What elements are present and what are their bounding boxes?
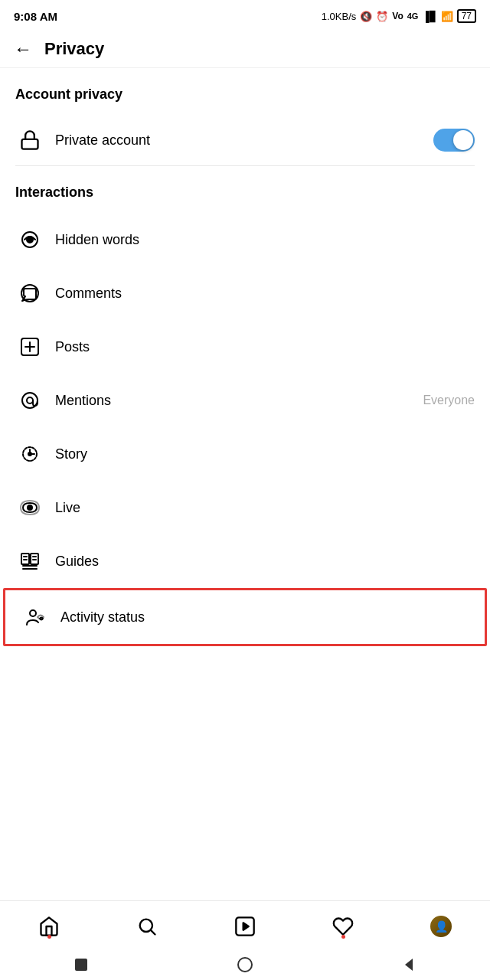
comments-label: Comments bbox=[55, 286, 475, 302]
mute-icon: 🔇 bbox=[360, 11, 372, 22]
status-time: 9:08 AM bbox=[14, 10, 57, 23]
activity-status-icon bbox=[21, 603, 50, 632]
square-button[interactable] bbox=[73, 956, 90, 973]
nav-reels[interactable] bbox=[196, 916, 294, 937]
story-label: Story bbox=[55, 446, 475, 462]
posts-icon bbox=[15, 332, 44, 361]
posts-label: Posts bbox=[55, 339, 475, 355]
activity-status-label: Activity status bbox=[60, 609, 469, 626]
signal-4g-icon: 4G bbox=[407, 11, 419, 21]
svg-marker-28 bbox=[405, 959, 413, 971]
square-btn-icon bbox=[73, 956, 90, 973]
battery-icon: 77 bbox=[457, 9, 476, 23]
guides-icon bbox=[15, 547, 44, 576]
status-right: 1.0KB/s 🔇 ⏰ Vo 4G ▐▊ 📶 77 bbox=[322, 9, 476, 23]
svg-rect-0 bbox=[22, 139, 38, 149]
interactions-title: Interactions bbox=[15, 185, 475, 201]
comments-row[interactable]: Comments bbox=[0, 266, 490, 320]
activity-status-row[interactable]: Activity status bbox=[3, 588, 487, 646]
bottom-nav: 👤 bbox=[0, 900, 490, 949]
home-nav-dot bbox=[47, 935, 51, 939]
mentions-row[interactable]: Mentions Everyone bbox=[0, 374, 490, 427]
svg-point-7 bbox=[27, 397, 33, 403]
svg-point-12 bbox=[28, 505, 32, 510]
svg-point-27 bbox=[238, 958, 252, 972]
profile-avatar: 👤 bbox=[429, 914, 453, 939]
private-account-left: Private account bbox=[15, 126, 150, 155]
search-icon bbox=[136, 916, 158, 937]
mentions-label: Mentions bbox=[55, 393, 423, 409]
svg-point-22 bbox=[140, 919, 152, 931]
status-bar: 9:08 AM 1.0KB/s 🔇 ⏰ Vo 4G ▐▊ 📶 77 bbox=[0, 0, 490, 31]
live-label: Live bbox=[55, 500, 475, 516]
mentions-value: Everyone bbox=[423, 394, 475, 407]
svg-point-21 bbox=[30, 610, 36, 616]
circle-btn-icon bbox=[236, 956, 254, 974]
story-row[interactable]: Story bbox=[0, 427, 490, 481]
svg-point-2 bbox=[27, 237, 33, 243]
interactions-section: Interactions bbox=[0, 166, 490, 213]
live-icon bbox=[15, 493, 44, 522]
nav-search[interactable] bbox=[98, 916, 196, 937]
story-icon bbox=[15, 439, 44, 469]
private-account-toggle[interactable] bbox=[433, 129, 475, 152]
private-account-label: Private account bbox=[55, 132, 150, 149]
back-button[interactable]: ← bbox=[14, 38, 32, 60]
svg-marker-25 bbox=[243, 923, 249, 929]
wifi-icon: 📶 bbox=[441, 11, 453, 22]
lock-icon bbox=[15, 126, 44, 155]
svg-rect-26 bbox=[75, 959, 87, 971]
alarm-icon: ⏰ bbox=[376, 11, 388, 22]
signal-bars-icon: ▐▊ bbox=[422, 11, 436, 22]
guides-label: Guides bbox=[55, 554, 475, 570]
toggle-knob bbox=[453, 130, 473, 150]
home-icon bbox=[38, 916, 60, 937]
circle-button[interactable] bbox=[236, 956, 254, 974]
page-title: Privacy bbox=[44, 39, 104, 59]
svg-point-11 bbox=[28, 452, 31, 456]
activity-icon bbox=[332, 916, 354, 937]
back-button-sys[interactable] bbox=[400, 956, 417, 973]
account-privacy-title: Account privacy bbox=[15, 87, 475, 103]
guides-row[interactable]: Guides bbox=[0, 534, 490, 588]
posts-row[interactable]: Posts bbox=[0, 320, 490, 374]
nav-home[interactable] bbox=[0, 916, 98, 937]
comments-icon bbox=[15, 279, 44, 308]
header: ← Privacy bbox=[0, 31, 490, 68]
live-row[interactable]: Live bbox=[0, 481, 490, 534]
nav-activity[interactable] bbox=[294, 916, 392, 937]
vo-icon: Vo bbox=[392, 11, 403, 21]
hidden-words-row[interactable]: Hidden words bbox=[0, 213, 490, 266]
system-bar bbox=[0, 949, 490, 980]
svg-line-23 bbox=[151, 930, 155, 934]
reels-icon bbox=[234, 916, 256, 937]
private-account-row[interactable]: Private account bbox=[0, 115, 490, 165]
back-btn-icon bbox=[400, 956, 417, 973]
mentions-icon bbox=[15, 386, 44, 415]
activity-nav-dot bbox=[341, 935, 345, 939]
nav-profile[interactable]: 👤 bbox=[392, 914, 490, 939]
network-speed: 1.0KB/s bbox=[322, 11, 357, 22]
hidden-words-icon bbox=[15, 225, 44, 254]
hidden-words-label: Hidden words bbox=[55, 232, 475, 248]
account-privacy-section: Account privacy bbox=[0, 68, 490, 115]
